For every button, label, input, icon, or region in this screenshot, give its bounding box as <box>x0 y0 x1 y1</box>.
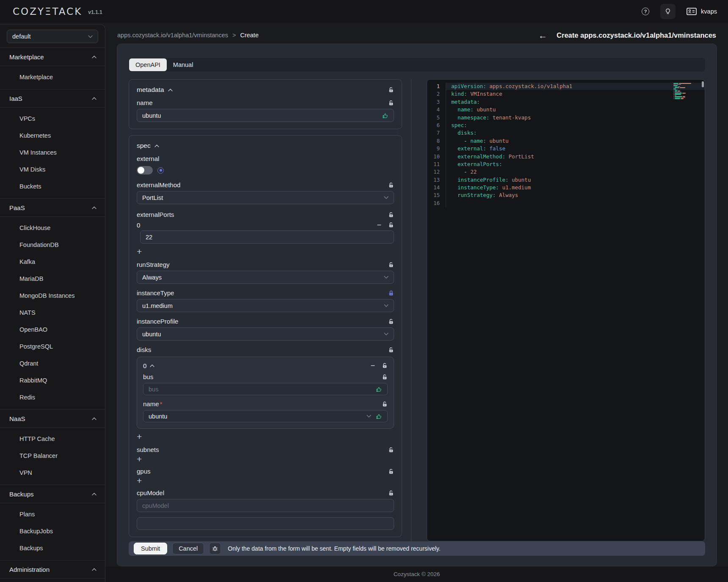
add-disk-button[interactable]: + <box>137 432 147 441</box>
chevron-down-icon <box>88 35 93 38</box>
sidebar-item[interactable]: FoundationDB <box>0 236 105 253</box>
sidebar-section-title: Administration <box>9 566 50 573</box>
sidebar-section-header[interactable]: NaaS <box>0 409 105 428</box>
cpuModel-input[interactable] <box>142 502 389 509</box>
code-line: 6spec: <box>427 122 705 129</box>
sidebar-item[interactable]: Backups <box>0 540 105 557</box>
lock-open-icon[interactable] <box>388 490 394 496</box>
debug-button[interactable] <box>209 543 221 554</box>
sidebar-item[interactable]: VPCs <box>0 110 105 127</box>
sidebar-section-items: Plans BackupJobs Backups <box>0 503 105 560</box>
sidebar-item[interactable]: RabbitMQ <box>0 372 105 389</box>
add-gpu-button[interactable]: + <box>137 476 147 485</box>
metadata-card-header[interactable]: metadata <box>137 86 173 94</box>
lock-open-icon[interactable] <box>388 87 394 93</box>
help-button[interactable]: ? <box>642 8 649 15</box>
chevron-up-icon <box>168 89 173 91</box>
sidebar-item[interactable]: Marketplace <box>0 69 105 86</box>
sidebar-section-title: Marketplace <box>9 53 44 61</box>
sidebar-section-title: PaaS <box>9 204 25 211</box>
lock-open-icon[interactable] <box>388 447 394 453</box>
sidebar-section-items: ClickHouse FoundationDB Kafka MariaDB Mo… <box>0 217 105 409</box>
sidebar-section-header[interactable]: Marketplace <box>0 47 105 66</box>
sidebar-item[interactable]: Plans <box>0 506 105 523</box>
externalPorts-item-index: 0 <box>137 222 140 229</box>
next-field-clipped[interactable] <box>137 517 394 530</box>
remove-port-button[interactable]: − <box>377 221 381 229</box>
disk-name-select[interactable]: ubuntu <box>143 410 388 422</box>
breadcrumb-path-link[interactable]: apps.cozystack.io/v1alpha1/vminstances <box>117 32 228 39</box>
editor-scrollbar-thumb[interactable] <box>702 81 704 87</box>
port-input-wrap <box>140 230 394 244</box>
lock-open-icon[interactable] <box>388 347 394 353</box>
sidebar-item[interactable]: Buckets <box>0 178 105 195</box>
instanceType-select[interactable]: u1.medium <box>137 299 394 312</box>
sidebar-item[interactable]: Redis <box>0 389 105 406</box>
thumbs-up-icon[interactable] <box>375 413 382 420</box>
default-value-indicator-icon[interactable] <box>157 167 164 174</box>
thumbs-up-icon[interactable] <box>382 112 389 119</box>
sidebar-section-header[interactable]: Backups <box>0 485 105 503</box>
sidebar-item[interactable]: Qdrant <box>0 355 105 372</box>
lightbulb-icon <box>665 8 671 15</box>
runStrategy-select[interactable]: Always <box>137 271 394 284</box>
sidebar-item[interactable]: PostgreSQL <box>0 338 105 355</box>
add-subnet-button[interactable]: + <box>137 455 147 463</box>
chevron-up-icon <box>150 364 154 367</box>
external-toggle[interactable] <box>137 166 153 175</box>
instanceProfile-select[interactable]: ubuntu <box>137 327 394 341</box>
theme-toggle-button[interactable] <box>660 4 676 19</box>
externalMethod-select[interactable]: PortList <box>137 191 394 204</box>
sidebar-item[interactable]: Kafka <box>0 253 105 270</box>
lock-open-icon[interactable] <box>388 182 394 188</box>
user-menu[interactable]: kvaps <box>687 8 717 15</box>
sidebar-item[interactable]: BackupJobs <box>0 523 105 540</box>
lock-open-icon[interactable] <box>382 363 388 369</box>
tab-openapi[interactable]: OpenAPI <box>129 58 167 71</box>
lock-open-icon[interactable] <box>388 262 394 268</box>
lock-closed-icon[interactable] <box>388 290 394 296</box>
gpus-label: gpus <box>137 468 151 475</box>
sidebar-section-header[interactable]: PaaS <box>0 198 105 217</box>
bus-label: bus <box>143 373 153 380</box>
sidebar-item[interactable]: NATS <box>0 304 105 321</box>
sidebar-item[interactable]: TCP Balancer <box>0 447 105 464</box>
spec-card-header[interactable]: spec <box>137 142 159 150</box>
port-input[interactable] <box>146 234 389 241</box>
lock-open-icon[interactable] <box>382 374 388 380</box>
remove-disk-button[interactable]: − <box>370 362 375 369</box>
sidebar-item[interactable]: OpenBAO <box>0 321 105 338</box>
sidebar-item[interactable]: VM Instances <box>0 144 105 161</box>
lock-open-icon[interactable] <box>382 401 388 407</box>
bus-input[interactable] <box>149 386 371 393</box>
form-scrollbar[interactable] <box>411 79 411 541</box>
thumbs-up-icon[interactable] <box>375 386 382 393</box>
lock-open-icon[interactable] <box>388 212 394 218</box>
cancel-button[interactable]: Cancel <box>172 543 204 554</box>
sidebar-item[interactable]: Kubernetes <box>0 127 105 144</box>
add-port-button[interactable]: + <box>137 247 147 256</box>
sidebar-item[interactable]: ClickHouse <box>0 219 105 236</box>
sidebar-section-header[interactable]: Administration <box>0 560 105 579</box>
sidebar-item[interactable]: MongoDB Instances <box>0 287 105 304</box>
lock-open-icon[interactable] <box>388 468 394 474</box>
lock-open-icon[interactable] <box>388 222 394 228</box>
submit-button[interactable]: Submit <box>134 543 167 554</box>
sidebar-item[interactable]: MariaDB <box>0 270 105 287</box>
tab-manual[interactable]: Manual <box>167 58 200 71</box>
name-input[interactable] <box>142 112 378 119</box>
breadcrumb-row: apps.cozystack.io/v1alpha1/vminstances >… <box>105 22 728 44</box>
instanceType-value: u1.medium <box>142 302 173 309</box>
lock-open-icon[interactable] <box>388 100 394 106</box>
app-logo: COZYΞTACK <box>13 6 82 17</box>
sidebar-item[interactable]: HTTP Cache <box>0 430 105 447</box>
metadata-title: metadata <box>137 86 164 94</box>
lock-open-icon[interactable] <box>388 319 394 324</box>
back-arrow-button[interactable]: ← <box>538 31 547 40</box>
sidebar-section-header[interactable]: IaaS <box>0 89 105 108</box>
sidebar-item[interactable]: VM Disks <box>0 161 105 178</box>
namespace-select[interactable]: default <box>7 30 98 43</box>
sidebar-item[interactable]: VPN <box>0 464 105 481</box>
yaml-editor[interactable]: 1apiVersion: apps.cozystack.io/v1alpha12… <box>427 79 705 541</box>
sidebar: default Marketplace Marketplace IaaS VPC… <box>0 24 105 582</box>
